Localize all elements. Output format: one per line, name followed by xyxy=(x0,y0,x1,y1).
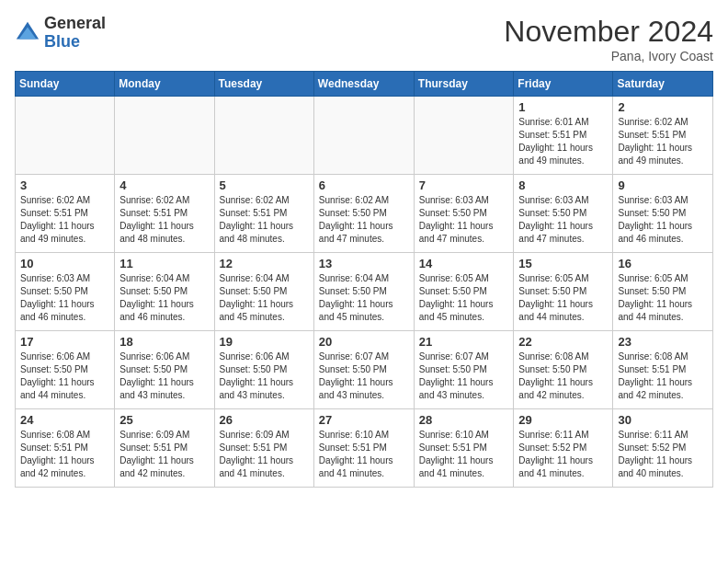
column-header-monday: Monday xyxy=(115,72,214,97)
day-number: 15 xyxy=(518,257,608,270)
day-info: Sunrise: 6:06 AM Sunset: 5:50 PM Dayligh… xyxy=(20,350,109,402)
day-number: 9 xyxy=(618,178,708,192)
day-info: Sunrise: 6:02 AM Sunset: 5:51 PM Dayligh… xyxy=(20,194,109,246)
day-number: 22 xyxy=(518,335,608,349)
day-number: 29 xyxy=(518,413,608,427)
column-header-sunday: Sunday xyxy=(16,72,115,97)
calendar-cell: 13Sunrise: 6:04 AM Sunset: 5:50 PM Dayli… xyxy=(313,253,414,331)
day-number: 16 xyxy=(618,257,708,270)
day-info: Sunrise: 6:09 AM Sunset: 5:51 PM Dayligh… xyxy=(119,429,209,480)
day-number: 24 xyxy=(20,413,109,427)
calendar-cell xyxy=(313,97,414,175)
day-number: 5 xyxy=(220,178,309,192)
calendar-cell: 19Sunrise: 6:06 AM Sunset: 5:50 PM Dayli… xyxy=(214,331,313,409)
day-info: Sunrise: 6:08 AM Sunset: 5:51 PM Dayligh… xyxy=(20,429,109,480)
day-number: 8 xyxy=(518,178,608,192)
logo-general-text: General xyxy=(44,15,106,33)
month-title: November 2024 xyxy=(504,15,713,49)
logo-icon xyxy=(15,20,40,46)
calendar-cell: 18Sunrise: 6:06 AM Sunset: 5:50 PM Dayli… xyxy=(115,331,214,409)
day-info: Sunrise: 6:05 AM Sunset: 5:50 PM Dayligh… xyxy=(618,272,708,324)
calendar-cell: 11Sunrise: 6:04 AM Sunset: 5:50 PM Dayli… xyxy=(115,253,214,331)
day-info: Sunrise: 6:07 AM Sunset: 5:50 PM Dayligh… xyxy=(319,350,409,402)
calendar-cell: 12Sunrise: 6:04 AM Sunset: 5:50 PM Dayli… xyxy=(214,253,313,331)
calendar-cell: 23Sunrise: 6:08 AM Sunset: 5:51 PM Dayli… xyxy=(613,331,713,409)
day-info: Sunrise: 6:05 AM Sunset: 5:50 PM Dayligh… xyxy=(518,272,608,324)
calendar-cell: 14Sunrise: 6:05 AM Sunset: 5:50 PM Dayli… xyxy=(414,253,514,331)
calendar-cell: 10Sunrise: 6:03 AM Sunset: 5:50 PM Dayli… xyxy=(16,253,115,331)
day-info: Sunrise: 6:02 AM Sunset: 5:50 PM Dayligh… xyxy=(319,194,409,246)
day-number: 13 xyxy=(319,257,409,270)
column-header-thursday: Thursday xyxy=(414,72,514,97)
day-number: 21 xyxy=(419,335,509,349)
day-info: Sunrise: 6:10 AM Sunset: 5:51 PM Dayligh… xyxy=(419,429,509,480)
title-section: November 2024 Pana, Ivory Coast xyxy=(504,15,713,63)
day-number: 6 xyxy=(319,178,409,192)
calendar-cell: 4Sunrise: 6:02 AM Sunset: 5:51 PM Daylig… xyxy=(115,175,214,253)
calendar-cell: 17Sunrise: 6:06 AM Sunset: 5:50 PM Dayli… xyxy=(16,331,115,409)
calendar-cell: 15Sunrise: 6:05 AM Sunset: 5:50 PM Dayli… xyxy=(514,253,613,331)
column-header-friday: Friday xyxy=(514,72,613,97)
day-number: 27 xyxy=(319,413,409,427)
day-info: Sunrise: 6:08 AM Sunset: 5:50 PM Dayligh… xyxy=(518,350,608,402)
day-info: Sunrise: 6:08 AM Sunset: 5:51 PM Dayligh… xyxy=(618,350,708,402)
day-info: Sunrise: 6:05 AM Sunset: 5:50 PM Dayligh… xyxy=(419,272,509,324)
calendar-cell: 2Sunrise: 6:02 AM Sunset: 5:51 PM Daylig… xyxy=(613,97,713,175)
calendar-cell: 20Sunrise: 6:07 AM Sunset: 5:50 PM Dayli… xyxy=(313,331,414,409)
day-info: Sunrise: 6:03 AM Sunset: 5:50 PM Dayligh… xyxy=(419,194,509,246)
day-number: 23 xyxy=(618,335,708,349)
day-number: 19 xyxy=(220,335,309,349)
calendar-cell: 26Sunrise: 6:09 AM Sunset: 5:51 PM Dayli… xyxy=(214,409,313,488)
calendar-cell xyxy=(115,97,214,175)
day-info: Sunrise: 6:10 AM Sunset: 5:51 PM Dayligh… xyxy=(319,429,409,480)
column-header-tuesday: Tuesday xyxy=(214,72,313,97)
day-number: 4 xyxy=(119,178,209,192)
day-info: Sunrise: 6:02 AM Sunset: 5:51 PM Dayligh… xyxy=(618,116,708,167)
day-number: 1 xyxy=(518,100,608,114)
calendar-cell: 7Sunrise: 6:03 AM Sunset: 5:50 PM Daylig… xyxy=(414,175,514,253)
location-subtitle: Pana, Ivory Coast xyxy=(504,49,713,63)
day-number: 2 xyxy=(618,100,708,114)
calendar-cell xyxy=(214,97,313,175)
calendar-header-row: SundayMondayTuesdayWednesdayThursdayFrid… xyxy=(16,72,713,97)
day-number: 17 xyxy=(20,335,109,349)
day-info: Sunrise: 6:06 AM Sunset: 5:50 PM Dayligh… xyxy=(220,350,309,402)
day-info: Sunrise: 6:09 AM Sunset: 5:51 PM Dayligh… xyxy=(220,429,309,480)
calendar-cell: 16Sunrise: 6:05 AM Sunset: 5:50 PM Dayli… xyxy=(613,253,713,331)
day-number: 11 xyxy=(119,257,209,270)
day-number: 18 xyxy=(119,335,209,349)
calendar-table: SundayMondayTuesdayWednesdayThursdayFrid… xyxy=(15,71,713,488)
day-info: Sunrise: 6:07 AM Sunset: 5:50 PM Dayligh… xyxy=(419,350,509,402)
day-info: Sunrise: 6:02 AM Sunset: 5:51 PM Dayligh… xyxy=(119,194,209,246)
week-row-5: 24Sunrise: 6:08 AM Sunset: 5:51 PM Dayli… xyxy=(16,409,713,488)
day-info: Sunrise: 6:01 AM Sunset: 5:51 PM Dayligh… xyxy=(518,116,608,167)
calendar-cell: 9Sunrise: 6:03 AM Sunset: 5:50 PM Daylig… xyxy=(613,175,713,253)
calendar-cell: 30Sunrise: 6:11 AM Sunset: 5:52 PM Dayli… xyxy=(613,409,713,488)
calendar-cell: 8Sunrise: 6:03 AM Sunset: 5:50 PM Daylig… xyxy=(514,175,613,253)
day-info: Sunrise: 6:11 AM Sunset: 5:52 PM Dayligh… xyxy=(518,429,608,480)
column-header-saturday: Saturday xyxy=(613,72,713,97)
calendar-cell: 1Sunrise: 6:01 AM Sunset: 5:51 PM Daylig… xyxy=(514,97,613,175)
day-number: 28 xyxy=(419,413,509,427)
day-number: 14 xyxy=(419,257,509,270)
day-number: 12 xyxy=(220,257,309,270)
day-number: 3 xyxy=(20,178,109,192)
calendar-cell: 28Sunrise: 6:10 AM Sunset: 5:51 PM Dayli… xyxy=(414,409,514,488)
day-info: Sunrise: 6:03 AM Sunset: 5:50 PM Dayligh… xyxy=(518,194,608,246)
column-header-wednesday: Wednesday xyxy=(313,72,414,97)
calendar-cell: 22Sunrise: 6:08 AM Sunset: 5:50 PM Dayli… xyxy=(514,331,613,409)
week-row-4: 17Sunrise: 6:06 AM Sunset: 5:50 PM Dayli… xyxy=(16,331,713,409)
calendar-cell xyxy=(16,97,115,175)
day-number: 10 xyxy=(20,257,109,270)
day-info: Sunrise: 6:03 AM Sunset: 5:50 PM Dayligh… xyxy=(20,272,109,324)
calendar-cell: 27Sunrise: 6:10 AM Sunset: 5:51 PM Dayli… xyxy=(313,409,414,488)
page-header: General Blue November 2024 Pana, Ivory C… xyxy=(15,15,713,63)
day-number: 7 xyxy=(419,178,509,192)
week-row-1: 1Sunrise: 6:01 AM Sunset: 5:51 PM Daylig… xyxy=(16,97,713,175)
day-info: Sunrise: 6:04 AM Sunset: 5:50 PM Dayligh… xyxy=(319,272,409,324)
day-info: Sunrise: 6:04 AM Sunset: 5:50 PM Dayligh… xyxy=(220,272,309,324)
calendar-cell: 29Sunrise: 6:11 AM Sunset: 5:52 PM Dayli… xyxy=(514,409,613,488)
calendar-cell: 3Sunrise: 6:02 AM Sunset: 5:51 PM Daylig… xyxy=(16,175,115,253)
calendar-cell: 5Sunrise: 6:02 AM Sunset: 5:51 PM Daylig… xyxy=(214,175,313,253)
calendar-cell: 21Sunrise: 6:07 AM Sunset: 5:50 PM Dayli… xyxy=(414,331,514,409)
